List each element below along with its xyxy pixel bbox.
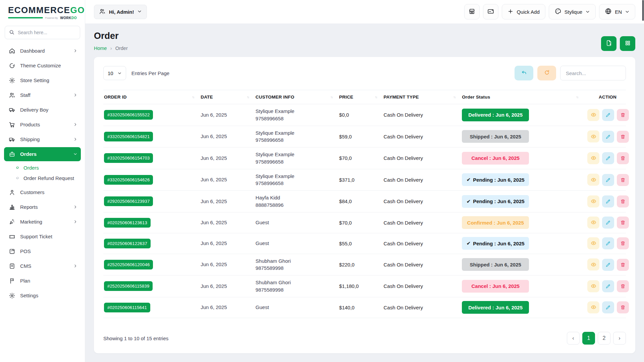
export-button[interactable] [601,36,616,51]
sidebar-item-cms[interactable]: CMS [4,259,81,273]
order-id-badge[interactable]: #3320250606154821 [104,132,153,141]
sidebar-item-pos[interactable]: POS [4,244,81,258]
sidebar-search-input[interactable] [5,26,80,39]
order-id-badge[interactable]: #3320250606155522 [104,110,153,120]
view-button[interactable] [587,109,599,121]
table-row: #3320250606154703Jun 6, 2025Stylique Exa… [103,147,626,169]
edit-button[interactable] [602,301,614,313]
globe-icon [605,8,612,15]
view-button[interactable] [587,280,599,292]
sort-icon[interactable]: ↑↓ [247,95,249,99]
file-export-icon [605,40,612,48]
delete-button[interactable] [617,195,629,207]
order-id-badge[interactable]: #2920250606123937 [104,196,153,206]
edit-button[interactable] [602,109,614,121]
sidebar-item-orders[interactable]: Orders [4,147,81,161]
column-header-order-id[interactable]: ORDER ID↑↓ [103,90,200,104]
storefront-icon [468,8,476,16]
view-button[interactable] [587,237,599,249]
refresh-button[interactable] [537,66,556,80]
order-price: $371,0 [338,169,383,191]
view-button[interactable] [587,195,599,207]
trash-icon [620,305,626,310]
sidebar-item-theme-customize[interactable]: Theme Customize [4,59,81,73]
theme-select-button[interactable]: Stylique [549,4,596,19]
column-header-date[interactable]: DATE↑↓ [200,90,255,104]
sidebar-item-delivery-boy[interactable]: Delivery Boy [4,103,81,117]
quick-add-button[interactable]: Quick Add [502,4,545,19]
sidebar-item-support-ticket[interactable]: Support Ticket [4,230,81,244]
page-button-2[interactable]: 2 [598,332,610,345]
view-button[interactable] [587,217,599,229]
undo-button[interactable] [515,66,533,80]
breadcrumb-home-link[interactable]: Home [94,46,107,51]
page-button-1[interactable]: 1 [582,332,595,345]
edit-button[interactable] [602,237,614,249]
sidebar-item-plan[interactable]: Plan [4,274,81,288]
order-id-badge[interactable]: #3320250606154626 [104,175,153,185]
delete-button[interactable] [617,259,629,271]
delete-button[interactable] [617,109,629,121]
sort-icon[interactable]: ↑↓ [192,95,194,99]
order-price: $84,0 [338,191,383,213]
sidebar-item-customers[interactable]: Customers [4,185,81,199]
view-button[interactable] [587,258,599,270]
mail-button[interactable] [483,4,498,19]
delete-button[interactable] [617,301,629,313]
next-page-button[interactable]: › [613,332,626,345]
grid-view-button[interactable] [620,36,635,51]
view-button[interactable] [587,130,599,142]
delete-button[interactable] [617,280,629,292]
sidebar-item-marketing[interactable]: Marketing [4,215,81,229]
sort-icon[interactable]: ↑↓ [453,95,455,99]
scrollbar-thumb[interactable] [642,0,644,21]
edit-button[interactable] [602,131,614,143]
edit-button[interactable] [602,152,614,164]
sidebar-item-store-setting[interactable]: Store Setting [4,73,81,87]
edit-button[interactable] [602,280,614,292]
customer-info: Stylique Example9758996658 [255,104,338,126]
column-header-price[interactable]: PRICE↑↓ [338,90,383,104]
sort-icon[interactable]: ↑↓ [576,95,578,99]
sidebar-item-shipping[interactable]: Shipping [4,132,81,146]
view-button[interactable] [587,152,599,164]
sidebar-item-dashboard[interactable]: Dashboard [4,44,81,58]
view-button[interactable] [587,174,599,186]
column-header-order-status[interactable]: Order Status↑↓ [461,90,584,104]
sort-icon[interactable]: ↑↓ [330,95,332,99]
order-id-badge[interactable]: #020250606115641 [104,303,150,312]
delete-button[interactable] [617,131,629,143]
prev-page-button[interactable]: ‹ [567,332,580,345]
sidebar-item-reports[interactable]: Reports [4,200,81,214]
mail-icon [487,8,494,15]
view-button[interactable] [587,301,599,313]
column-header-payment-type[interactable]: PAYMENT TYPE↑↓ [383,90,461,104]
sidebar-item-settings[interactable]: Settings [4,289,81,303]
edit-button[interactable] [602,195,614,207]
table-search-input[interactable] [560,66,626,80]
brand-logo[interactable]: ECOMMERCEGO Powered By WORKDO [0,0,85,20]
chevron-right-icon [73,49,77,53]
order-id-badge[interactable]: #020250606123613 [104,218,151,228]
sidebar-subitem-order-refund-request[interactable]: Order Refund Request [13,173,81,183]
admin-menu-button[interactable]: Hi, Admin! [94,5,147,19]
sidebar-subitem-orders[interactable]: Orders [13,163,81,173]
entries-per-page-select[interactable]: 10 [103,66,126,80]
sidebar-item-staff[interactable]: Staff [4,88,81,102]
delete-button[interactable] [617,217,629,229]
edit-button[interactable] [602,174,614,186]
sort-icon[interactable]: ↑↓ [375,95,377,99]
delete-button[interactable] [617,152,629,164]
language-select-button[interactable]: EN [599,4,635,19]
sidebar-item-products[interactable]: Products [4,118,81,132]
edit-button[interactable] [602,217,614,229]
storefront-button[interactable] [464,4,480,19]
edit-button[interactable] [602,259,614,271]
order-id-badge[interactable]: #3320250606154703 [104,153,153,163]
order-id-badge[interactable]: #2520250606115839 [104,281,153,291]
order-id-badge[interactable]: #020250606122637 [104,239,151,248]
order-id-badge[interactable]: #2520250606120046 [104,260,153,269]
delete-button[interactable] [617,174,629,186]
delete-button[interactable] [617,237,629,249]
column-header-customer-info[interactable]: CUSTOMER INFO↑↓ [255,90,338,104]
